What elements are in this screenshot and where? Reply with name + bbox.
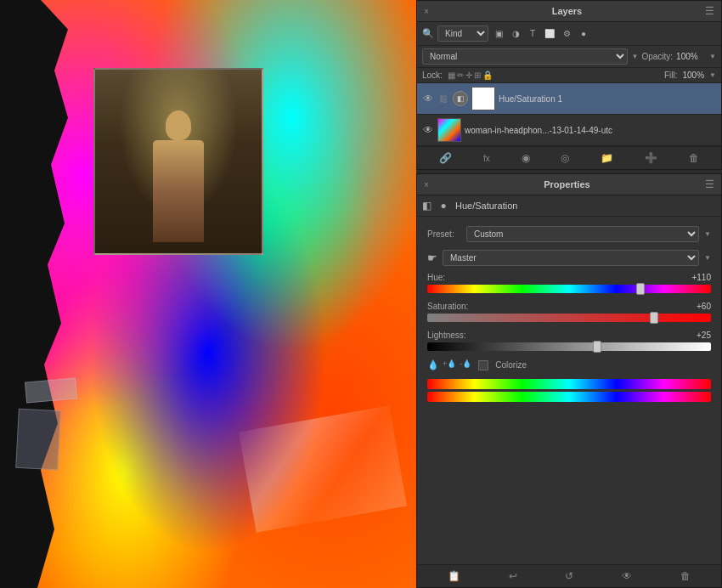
layer-name-1[interactable]: Hue/Saturation 1 bbox=[499, 94, 716, 104]
mask-icon[interactable]: ◉ bbox=[518, 150, 533, 166]
layer-visibility-icon-1[interactable]: 👁 bbox=[422, 93, 434, 105]
eyedropper-sub-icon[interactable]: -💧 bbox=[460, 359, 471, 370]
colorize-checkbox[interactable] bbox=[478, 360, 488, 370]
opacity-label: Opacity: bbox=[641, 52, 673, 61]
lightness-slider-track[interactable] bbox=[427, 342, 711, 351]
lock-position-icon[interactable]: ✛ bbox=[465, 71, 472, 80]
lock-row: Lock: ▦ ✏ ✛ ⊞ 🔒 Fill: 100% ▼ bbox=[417, 68, 721, 83]
layer-visibility-icon-2[interactable]: 👁 bbox=[422, 124, 434, 136]
saturation-label: Saturation: bbox=[427, 302, 468, 311]
figure-body bbox=[153, 140, 204, 242]
opacity-chevron: ▼ bbox=[709, 53, 716, 60]
kind-dropdown[interactable]: Kind bbox=[437, 25, 488, 42]
hue-label: Hue: bbox=[427, 273, 445, 282]
lock-transparent-icon[interactable]: ▦ bbox=[448, 71, 455, 80]
properties-menu-icon[interactable]: ☰ bbox=[705, 178, 714, 190]
props-redo-icon[interactable]: ↩ bbox=[505, 568, 521, 584]
filter-type-icon[interactable]: T bbox=[526, 27, 539, 41]
preset-label: Preset: bbox=[427, 229, 461, 239]
lightness-slider-row: Lightness: +25 bbox=[422, 327, 716, 356]
filter-pixel-icon[interactable]: ▣ bbox=[492, 27, 505, 41]
lock-icons: ▦ ✏ ✛ ⊞ 🔒 bbox=[448, 71, 493, 80]
layer-adjustment-icon-1: ◧ bbox=[453, 91, 468, 106]
master-dropdown[interactable]: Master bbox=[443, 250, 699, 266]
colorize-label: Colorize bbox=[495, 360, 527, 370]
layers-menu-icon[interactable]: ☰ bbox=[705, 5, 714, 17]
fx-icon[interactable]: fx bbox=[480, 152, 494, 165]
layer-row-image[interactable]: 👁 woman-in-headphon...-13-01-14-49-utc bbox=[417, 115, 721, 146]
layers-panel-title: Layers bbox=[552, 6, 582, 16]
master-row: ☛ Master ▼ bbox=[422, 246, 716, 269]
preset-chevron: ▼ bbox=[704, 230, 711, 238]
props-visibility-icon[interactable]: 👁 bbox=[618, 568, 635, 584]
new-layer-icon[interactable]: ➕ bbox=[641, 150, 661, 166]
group-icon[interactable]: 📁 bbox=[597, 150, 617, 166]
hs-circle-icon: ● bbox=[437, 199, 450, 212]
fill-label: Fill: bbox=[664, 71, 678, 80]
hue-slider-thumb[interactable] bbox=[636, 283, 645, 295]
blend-mode-dropdown[interactable]: Normal bbox=[422, 48, 628, 65]
figure bbox=[144, 93, 212, 229]
eyedropper-icons: 💧 +💧 -💧 bbox=[427, 359, 471, 370]
layer-mask-thumb-1 bbox=[471, 87, 495, 110]
properties-panel-header: × Properties ☰ bbox=[417, 174, 721, 195]
saturation-slider-track[interactable] bbox=[427, 314, 711, 322]
preset-dropdown[interactable]: Custom bbox=[466, 226, 699, 242]
eyedropper-add-icon[interactable]: +💧 bbox=[443, 359, 456, 370]
tape-piece-2 bbox=[15, 409, 61, 471]
hs-icon-row: ◧ ● Hue/Saturation bbox=[417, 195, 721, 217]
finger-tool-icon[interactable]: ☛ bbox=[427, 252, 437, 264]
saturation-slider-header: Saturation: +60 bbox=[427, 302, 711, 311]
props-copy-icon[interactable]: 📋 bbox=[444, 568, 464, 584]
lightness-slider-thumb[interactable] bbox=[593, 341, 601, 353]
figure-head bbox=[166, 110, 191, 140]
delete-layer-icon[interactable]: 🗑 bbox=[685, 150, 702, 166]
canvas-area bbox=[0, 0, 416, 588]
search-icon: 🔍 bbox=[422, 28, 434, 39]
properties-close-icon[interactable]: × bbox=[424, 180, 429, 189]
layers-panel-header: × Layers ☰ bbox=[417, 1, 721, 22]
layers-bottom-toolbar: 🔗 fx ◉ ◎ 📁 ➕ 🗑 bbox=[417, 146, 721, 169]
hue-color-bar bbox=[427, 379, 711, 389]
properties-bottom-toolbar: 📋 ↩ ↺ 👁 🗑 bbox=[417, 564, 721, 587]
output-color-bar bbox=[427, 392, 711, 402]
layer-image-thumb-2 bbox=[437, 118, 461, 142]
lightness-value: +25 bbox=[697, 331, 711, 340]
blend-chevron: ▼ bbox=[631, 53, 638, 60]
hue-slider-track[interactable] bbox=[427, 285, 711, 293]
preset-row: Preset: Custom ▼ bbox=[422, 222, 716, 246]
saturation-slider-thumb[interactable] bbox=[650, 312, 658, 324]
tape-piece-1 bbox=[25, 377, 77, 403]
hs-section-label: Hue/Saturation bbox=[455, 201, 517, 211]
lock-pixels-icon[interactable]: ✏ bbox=[457, 71, 464, 80]
lightness-slider-header: Lightness: +25 bbox=[427, 331, 711, 340]
fill-value[interactable]: 100% bbox=[683, 71, 705, 80]
layer-chain-icon-1[interactable]: ⛓ bbox=[437, 94, 449, 104]
props-reset-icon[interactable]: ↺ bbox=[561, 568, 577, 584]
lightness-label: Lightness: bbox=[427, 331, 466, 340]
layer-row-hue-saturation[interactable]: 👁 ⛓ ◧ Hue/Saturation 1 bbox=[417, 83, 721, 115]
right-panels: × Layers ☰ 🔍 Kind ▣ ◑ T ⬜ ⚙ ● Normal ▼ O… bbox=[416, 0, 722, 588]
filter-adjust-icon[interactable]: ◑ bbox=[509, 27, 522, 41]
hue-value: +110 bbox=[691, 273, 711, 282]
canvas-image bbox=[0, 0, 416, 588]
lock-label: Lock: bbox=[422, 71, 443, 80]
hue-slider-header: Hue: +110 bbox=[427, 273, 711, 282]
props-delete-icon[interactable]: 🗑 bbox=[677, 568, 694, 584]
lock-all-icon[interactable]: 🔒 bbox=[482, 71, 493, 80]
adjustment-icon[interactable]: ◎ bbox=[557, 150, 573, 166]
filter-circle-icon[interactable]: ● bbox=[577, 27, 590, 41]
layers-close-icon[interactable]: × bbox=[424, 7, 429, 16]
hue-slider-row: Hue: +110 bbox=[422, 269, 716, 298]
props-content: Preset: Custom ▼ ☛ Master ▼ Hue: +110 bbox=[417, 217, 721, 564]
eyedropper-icon[interactable]: 💧 bbox=[427, 359, 439, 370]
opacity-value[interactable]: 100% bbox=[676, 52, 706, 61]
center-photo bbox=[93, 68, 263, 255]
link-icon[interactable]: 🔗 bbox=[436, 150, 455, 166]
filter-smart-icon[interactable]: ⚙ bbox=[560, 27, 573, 41]
layer-name-2[interactable]: woman-in-headphon...-13-01-14-49-utc bbox=[465, 126, 716, 135]
filter-shape-icon[interactable]: ⬜ bbox=[543, 27, 556, 41]
saturation-slider-row: Saturation: +60 bbox=[422, 298, 716, 327]
lock-artboard-icon[interactable]: ⊞ bbox=[474, 71, 481, 80]
layer-thumb-group-1: ◧ bbox=[453, 87, 495, 110]
